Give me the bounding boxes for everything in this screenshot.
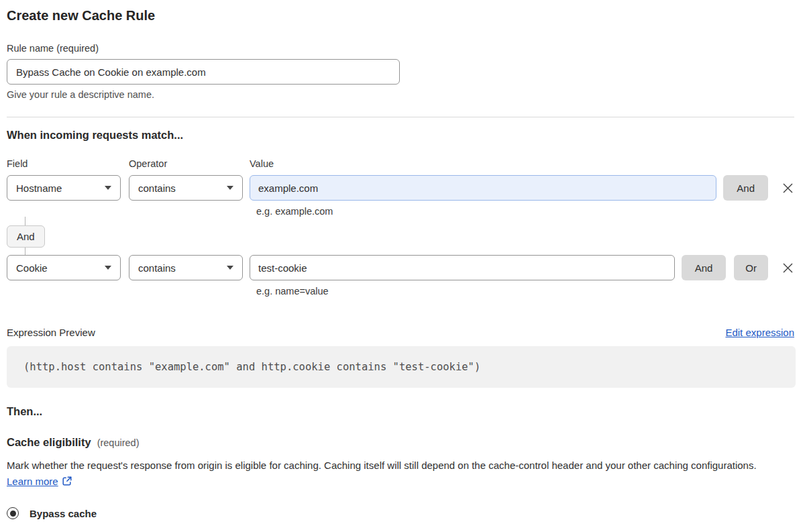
radio-label: Bypass cache xyxy=(30,508,97,519)
radio-bypass-cache[interactable]: Bypass cache xyxy=(7,507,794,519)
value-column-label: Value xyxy=(250,158,274,169)
description-text: Mark whether the request's response from… xyxy=(7,460,757,471)
value-hint: e.g. name=value xyxy=(256,286,675,297)
rule-name-input[interactable] xyxy=(7,59,400,85)
field-column-label: Field xyxy=(7,158,129,169)
external-link-icon xyxy=(62,475,72,491)
close-icon xyxy=(782,182,794,195)
create-cache-rule-page: Create new Cache Rule Rule name (require… xyxy=(0,0,805,532)
learn-more-link[interactable]: Learn more xyxy=(7,476,58,487)
value-hint: e.g. example.com xyxy=(256,206,716,217)
caret-down-icon xyxy=(227,266,233,270)
rule-name-help: Give your rule a descriptive name. xyxy=(7,89,794,100)
close-icon xyxy=(782,262,794,274)
then-heading: Then... xyxy=(7,405,794,418)
value-input[interactable] xyxy=(250,255,675,280)
section-divider xyxy=(7,117,794,117)
radio-selected-icon xyxy=(7,507,19,519)
rule-name-label: Rule name (required) xyxy=(7,43,794,54)
caret-down-icon xyxy=(105,266,111,270)
caret-down-icon xyxy=(105,186,111,190)
operator-select[interactable]: contains xyxy=(129,175,243,201)
value-input[interactable] xyxy=(250,175,716,201)
add-or-condition-button[interactable]: Or xyxy=(734,255,768,280)
connector-and-toggle[interactable]: And xyxy=(7,225,45,248)
match-row-2: Cookie contains e.g. name=value And Or xyxy=(7,255,794,297)
cache-eligibility-description: Mark whether the request's response from… xyxy=(7,458,785,491)
match-column-labels: Field Operator Value xyxy=(7,158,794,169)
expression-code: (http.host contains "example.com" and ht… xyxy=(23,361,480,373)
operator-select-value: contains xyxy=(138,262,176,274)
remove-condition-button[interactable] xyxy=(782,262,794,274)
caret-down-icon xyxy=(227,186,233,190)
match-heading: When incoming requests match... xyxy=(7,129,794,142)
condition-connector: And xyxy=(7,217,794,255)
operator-select-value: contains xyxy=(138,182,176,194)
edit-expression-link[interactable]: Edit expression xyxy=(725,327,794,338)
operator-select[interactable]: contains xyxy=(129,255,243,280)
add-and-condition-button[interactable]: And xyxy=(723,175,768,201)
expression-preview-label: Expression Preview xyxy=(7,327,95,338)
operator-column-label: Operator xyxy=(129,158,250,169)
expression-code-block: (http.host contains "example.com" and ht… xyxy=(7,346,796,388)
match-row-1: Hostname contains e.g. example.com And xyxy=(7,175,794,217)
field-select[interactable]: Cookie xyxy=(7,255,121,280)
add-and-condition-button[interactable]: And xyxy=(682,255,727,280)
field-select[interactable]: Hostname xyxy=(7,175,121,201)
required-note: (required) xyxy=(97,437,140,448)
page-title: Create new Cache Rule xyxy=(7,8,794,23)
remove-condition-button[interactable] xyxy=(782,182,794,195)
field-select-value: Hostname xyxy=(16,182,62,194)
cache-eligibility-heading: Cache eligibility xyxy=(7,436,91,449)
field-select-value: Cookie xyxy=(16,262,48,274)
